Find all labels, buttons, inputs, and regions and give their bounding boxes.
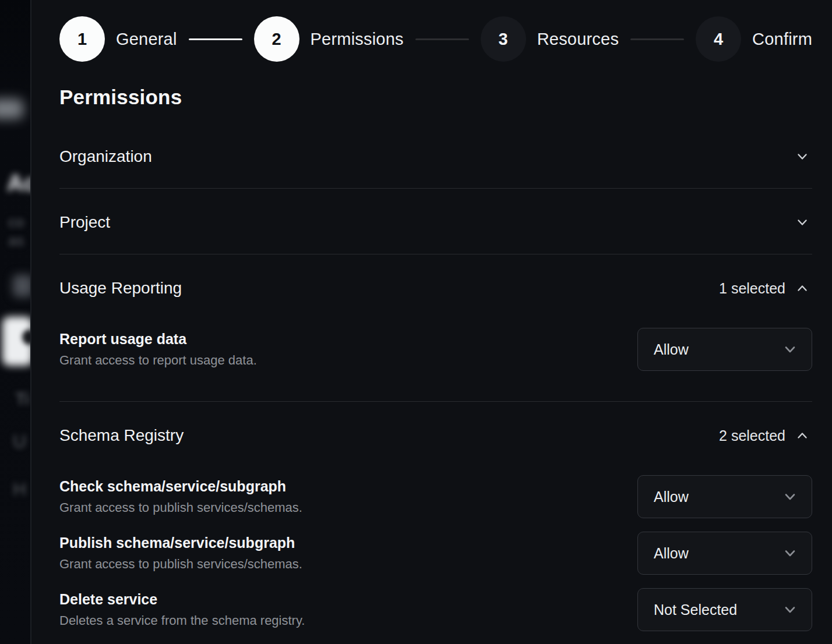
sidebar-blurred-nav-item: H [13, 479, 26, 500]
permission-select-value: Allow [654, 545, 689, 562]
stepper-step: 2 Permissions [254, 16, 404, 62]
permission-title: Check schema/service/subgraph [59, 478, 302, 495]
section-title: Organization [59, 147, 152, 166]
permission-sections: Organization Project Usage Reporting [59, 123, 812, 644]
permission-title: Report usage data [59, 331, 257, 348]
step-connector [189, 38, 242, 40]
wizard-panel: 1 General 2 Permissions 3 Resources 4 Co… [33, 0, 832, 644]
step-number-circle: 3 [481, 16, 526, 62]
permission-section: Project [59, 189, 812, 254]
permission-description: Grant access to publish services/schemas… [59, 557, 302, 572]
permission-item-text: Report usage data Grant access to report… [59, 331, 257, 369]
section-header[interactable]: Organization [59, 123, 812, 188]
permission-select-value: Allow [654, 489, 689, 505]
permission-item-text: Delete service Deletes a service from th… [59, 591, 305, 629]
sidebar-blurred-icon [13, 275, 31, 297]
permission-select[interactable]: Allow [637, 475, 812, 518]
stepper-step: 1 General [59, 16, 177, 62]
permission-item: Check schema/service/subgraph Grant acce… [59, 475, 812, 518]
section-title: Schema Registry [59, 426, 184, 445]
permission-item: Report usage data Grant access to report… [59, 328, 812, 371]
permission-section: Usage Reporting 1 selected Report usage … [59, 254, 812, 402]
sidebar-blurred-text: as [8, 232, 24, 250]
stepper-step: 4 Confirm [696, 16, 812, 62]
sidebar-blurred-nav-item: Ti [15, 389, 29, 409]
chevron-up-icon [795, 281, 810, 296]
permission-item: Delete service Deletes a service from th… [59, 588, 812, 631]
chevron-down-icon [782, 341, 798, 358]
section-items: Report usage data Grant access to report… [59, 328, 812, 401]
step-number-circle: 4 [696, 16, 741, 62]
section-meta: 2 selected [719, 427, 810, 444]
section-title: Usage Reporting [59, 279, 182, 298]
permission-title: Publish schema/service/subgraph [59, 535, 302, 551]
section-meta [795, 149, 810, 164]
sidebar-blurred-text: co [8, 213, 24, 231]
permission-select-value: Not Selected [654, 601, 737, 618]
permission-item-text: Publish schema/service/subgraph Grant ac… [59, 535, 302, 572]
selected-count: 1 selected [719, 280, 785, 297]
permission-title: Delete service [59, 591, 305, 608]
section-header[interactable]: Project [59, 189, 812, 254]
section-items: Check schema/service/subgraph Grant acce… [59, 475, 812, 644]
section-header[interactable]: Usage Reporting 1 selected [59, 254, 812, 298]
section-header[interactable]: Schema Registry 2 selected [59, 402, 812, 445]
permission-description: Grant access to report usage data. [59, 353, 257, 368]
step-number-circle: 1 [59, 16, 105, 62]
permission-item-text: Check schema/service/subgraph Grant acce… [59, 478, 302, 516]
step-number-circle: 2 [254, 16, 299, 62]
section-meta: 1 selected [719, 280, 810, 297]
step-connector [630, 38, 684, 40]
chevron-up-icon [795, 428, 810, 443]
chevron-down-icon [795, 149, 810, 164]
chevron-down-icon [782, 545, 798, 561]
stepper-step: 3 Resources [481, 16, 619, 62]
permission-section: Schema Registry 2 selected Check schema/… [59, 402, 812, 644]
permission-select-value: Allow [654, 341, 689, 358]
section-title: Project [59, 213, 110, 232]
step-connector [415, 38, 469, 40]
permission-section: Organization [59, 123, 812, 189]
chevron-down-icon [782, 489, 798, 505]
permission-select[interactable]: Allow [637, 532, 812, 575]
selected-count: 2 selected [719, 427, 785, 444]
stepper: 1 General 2 Permissions 3 Resources 4 Co… [59, 16, 812, 62]
permission-item: Publish schema/service/subgraph Grant ac… [59, 532, 812, 575]
background-sidebar: Ac co as Ti U H [0, 0, 31, 644]
section-meta [795, 215, 810, 230]
step-label: General [116, 30, 177, 49]
step-label: Confirm [752, 30, 812, 49]
step-label: Permissions [311, 30, 404, 49]
permission-select[interactable]: Not Selected [637, 588, 812, 631]
step-label: Resources [537, 30, 619, 49]
permission-description: Deletes a service from the schema regist… [59, 613, 305, 628]
page-title: Permissions [59, 86, 812, 109]
permission-description: Grant access to publish services/schemas… [59, 500, 302, 515]
sidebar-blurred-heading: Ac [7, 170, 31, 196]
sidebar-blurred-pill [0, 99, 23, 119]
chevron-down-icon [795, 215, 810, 230]
permission-select[interactable]: Allow [637, 328, 812, 371]
chevron-down-icon [782, 601, 798, 618]
sidebar-blurred-nav-item: U [13, 431, 26, 452]
